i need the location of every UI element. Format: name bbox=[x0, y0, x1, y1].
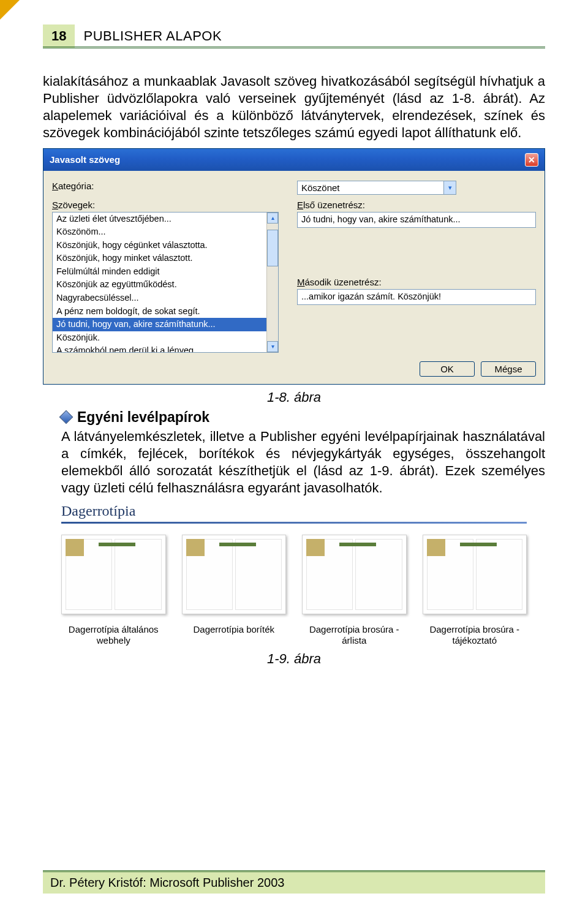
gallery-divider bbox=[61, 522, 527, 524]
dialog-titlebar: Javasolt szöveg ✕ bbox=[43, 149, 545, 171]
thumbnail-preview bbox=[302, 535, 407, 614]
ok-button[interactable]: OK bbox=[420, 361, 475, 377]
close-button[interactable]: ✕ bbox=[525, 153, 538, 167]
input-elso-uzenetresz[interactable]: Jó tudni, hogy van, akire számíthatunk..… bbox=[297, 212, 536, 228]
page-number: 18 bbox=[43, 24, 75, 48]
label-kategoria: Kategória: bbox=[52, 181, 279, 191]
gallery-dagerrotipia: Dagerrotípia Dagerrotípia általános webh… bbox=[61, 503, 527, 646]
label-masodik-uzenetresz: Második üzenetrész: bbox=[297, 277, 536, 287]
label-elso-uzenetresz: Első üzenetrész: bbox=[297, 200, 536, 210]
dialog-javasolt-szoveg: Javasolt szöveg ✕ Kategória: Köszönet ▾ … bbox=[43, 148, 545, 385]
thumbnail-label: Dagerrotípia boríték bbox=[193, 624, 274, 635]
combo-kategoria-value: Köszönet bbox=[298, 181, 443, 194]
list-item[interactable]: Köszönjük, hogy cégünket választotta. bbox=[53, 239, 266, 252]
body-paragraph-1: kialakításához a munkaablak Javasolt szö… bbox=[43, 73, 545, 142]
gallery-item[interactable]: Dagerrotípia brosúra - tájékoztató bbox=[423, 535, 527, 646]
gallery-item[interactable]: Dagerrotípia általános webhely bbox=[61, 535, 166, 646]
heading-egyeni-levelpapirok: Egyéni levélpapírok bbox=[77, 409, 209, 426]
scrollbar[interactable]: ▴ ▾ bbox=[266, 213, 278, 352]
chevron-down-icon[interactable]: ▾ bbox=[443, 181, 456, 194]
section-heading: Egyéni levélpapírok bbox=[61, 409, 545, 426]
scroll-up-icon[interactable]: ▴ bbox=[267, 213, 278, 224]
page-footer: Dr. Pétery Kristóf: Microsoft Publisher … bbox=[43, 870, 545, 894]
list-item[interactable]: A pénz nem boldogít, de sokat segít. bbox=[53, 305, 266, 318]
list-item[interactable]: A számokból nem derül ki a lényeg. bbox=[53, 344, 266, 352]
gallery-item[interactable]: Dagerrotípia boríték bbox=[182, 535, 287, 646]
gallery-item[interactable]: Dagerrotípia brosúra - árlista bbox=[302, 535, 407, 646]
body-paragraph-2: A látványelemkészletek, illetve a Publis… bbox=[61, 428, 545, 497]
list-item[interactable]: Köszönöm... bbox=[53, 225, 266, 239]
list-item[interactable]: Köszönjük. bbox=[53, 331, 266, 345]
list-item[interactable]: Köszönjük, hogy minket választott. bbox=[53, 252, 266, 265]
figure-2-caption: 1-9. ábra bbox=[43, 651, 545, 667]
thumbnail-preview bbox=[61, 535, 166, 614]
scroll-down-icon[interactable]: ▾ bbox=[267, 341, 278, 352]
list-item[interactable]: Az üzleti élet útvesztőjében... bbox=[53, 213, 266, 226]
thumbnail-label: Dagerrotípia brosúra - árlista bbox=[302, 624, 407, 646]
thumbnail-preview bbox=[423, 535, 527, 614]
list-item[interactable]: Felülmúltál minden eddigit bbox=[53, 265, 266, 279]
thumbnail-label: Dagerrotípia brosúra - tájékoztató bbox=[423, 624, 527, 646]
listbox-szovegek[interactable]: Az üzleti élet útvesztőjében...Köszönöm.… bbox=[52, 212, 279, 353]
page-corner-decoration bbox=[0, 0, 20, 20]
input-masodik-uzenetresz[interactable]: ...amikor igazán számít. Köszönjük! bbox=[297, 289, 536, 305]
cancel-button[interactable]: Mégse bbox=[481, 361, 536, 377]
page-header: 18 PUBLISHER ALAPOK bbox=[43, 24, 545, 48]
gallery-title: Dagerrotípia bbox=[61, 503, 527, 522]
close-icon: ✕ bbox=[528, 155, 535, 165]
combo-kategoria[interactable]: Köszönet ▾ bbox=[297, 181, 456, 195]
figure-1-caption: 1-8. ábra bbox=[43, 390, 545, 405]
label-szovegek: Szövegek: bbox=[52, 200, 279, 210]
list-item[interactable]: Jó tudni, hogy van, akire számíthatunk..… bbox=[53, 318, 266, 331]
dialog-title: Javasolt szöveg bbox=[50, 154, 120, 165]
list-item[interactable]: Nagyrabecsüléssel... bbox=[53, 292, 266, 305]
list-item[interactable]: Köszönjük az együttműködést. bbox=[53, 278, 266, 292]
footer-text: Dr. Pétery Kristóf: Microsoft Publisher … bbox=[43, 870, 545, 894]
diamond-bullet-icon bbox=[59, 410, 74, 424]
thumbnail-label: Dagerrotípia általános webhely bbox=[61, 624, 166, 646]
thumbnail-preview bbox=[182, 535, 287, 614]
scroll-thumb[interactable] bbox=[267, 230, 278, 266]
chapter-title: PUBLISHER ALAPOK bbox=[75, 24, 545, 48]
